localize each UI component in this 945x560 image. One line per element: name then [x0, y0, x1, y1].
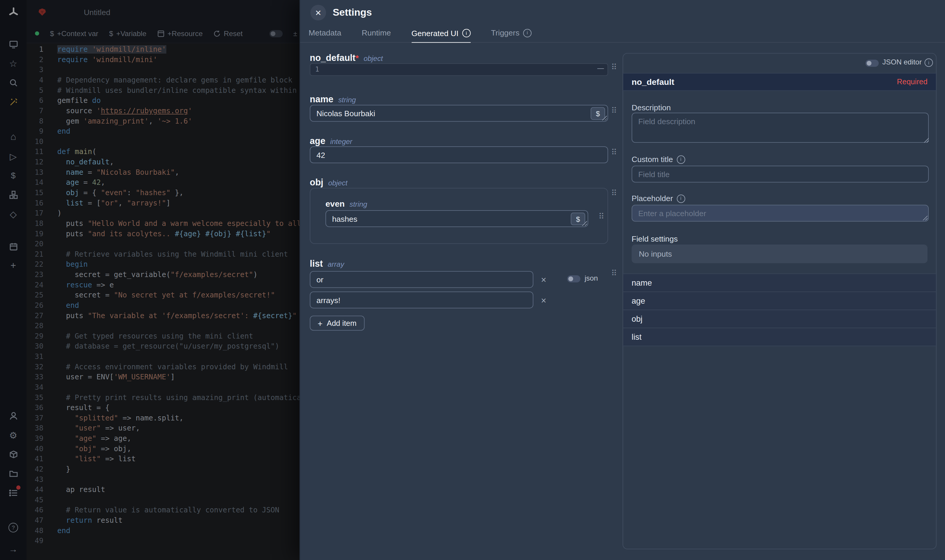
field-label-name: name string — [310, 94, 356, 105]
age-input-wrap — [310, 146, 608, 163]
json-editor-toggle[interactable] — [865, 60, 879, 67]
info-icon: i — [677, 155, 685, 164]
even-input[interactable] — [325, 210, 588, 227]
drag-handle-icon[interactable]: ⠿ — [611, 269, 617, 278]
custom-title-label: Custom titlei — [632, 155, 685, 164]
drag-handle-icon[interactable]: ⠿ — [611, 106, 617, 115]
settings-drawer: ✕ Settings Metadata Runtime Generated UI… — [299, 0, 945, 560]
add-item-button[interactable]: + Add item — [310, 315, 364, 331]
description-label: Description — [632, 103, 671, 112]
drag-handle-icon[interactable]: ⠿ — [598, 212, 604, 221]
close-icon[interactable]: ✕ — [310, 5, 326, 20]
age-input[interactable] — [310, 146, 608, 163]
list-item-1-wrap — [310, 292, 533, 308]
app-root: Untitled $ +Context var $ +Variable +Res… — [0, 0, 945, 560]
collapse-icon[interactable]: — — [597, 65, 604, 72]
tab-triggers[interactable]: Triggersi — [491, 28, 531, 42]
drag-handle-icon[interactable]: ⠿ — [611, 63, 617, 72]
no-inputs-box: No inputs — [632, 245, 928, 263]
drag-handle-icon[interactable]: ⠿ — [611, 189, 617, 198]
name-input[interactable] — [310, 105, 608, 122]
insert-variable-button[interactable]: $ — [590, 107, 605, 120]
field-label-age: age integer — [310, 135, 352, 146]
list-item-0-input[interactable] — [310, 271, 533, 288]
insert-variable-button[interactable]: $ — [571, 212, 585, 225]
generated-ui-content: no_default* object 1 — ⠿ name string $ ⠿… — [300, 43, 945, 560]
tab-metadata[interactable]: Metadata — [308, 28, 341, 42]
name-input-wrap: $ — [310, 105, 608, 122]
no-default-json-input[interactable]: 1 — — [310, 63, 608, 76]
json-editor-label: JSON editor — [882, 58, 922, 66]
modal-backdrop[interactable] — [0, 0, 299, 560]
list-item-0-wrap — [310, 271, 533, 288]
field-label-no-default: no_default* object — [310, 52, 383, 63]
placeholder-input[interactable] — [632, 205, 929, 222]
field-rows: nameageobjlist — [623, 274, 936, 346]
drag-handle-icon[interactable]: ⠿ — [611, 148, 617, 157]
placeholder-wrap — [632, 205, 929, 222]
tab-generated-ui[interactable]: Generated UIi — [412, 29, 471, 43]
drawer-title: Settings — [333, 6, 372, 18]
field-row-no_default-selected[interactable]: no_default Required — [623, 73, 936, 91]
custom-title-wrap — [632, 166, 929, 182]
remove-item-icon[interactable]: × — [538, 274, 549, 285]
field-label-obj: obj object — [310, 177, 347, 188]
field-label-list: list array — [310, 258, 344, 269]
field-row-obj[interactable]: obj — [623, 309, 936, 328]
info-icon: i — [462, 29, 471, 38]
info-icon: i — [677, 194, 685, 203]
drawer-header: ✕ Settings — [300, 0, 945, 27]
field-row-name[interactable]: name — [623, 274, 936, 292]
field-properties-panel: JSON editor i no_default Required Descri… — [623, 53, 936, 549]
remove-item-icon[interactable]: × — [538, 294, 549, 305]
json-toggle[interactable] — [567, 275, 581, 282]
info-icon: i — [523, 29, 532, 37]
placeholder-label: Placeholderi — [632, 194, 685, 203]
tab-runtime[interactable]: Runtime — [362, 28, 391, 42]
field-row-list[interactable]: list — [623, 328, 936, 346]
json-toggle-label: json — [585, 274, 598, 283]
list-item-1-input[interactable] — [310, 292, 533, 308]
field-row-age[interactable]: age — [623, 292, 936, 309]
info-icon: i — [925, 58, 933, 67]
field-settings-label: Field settings — [632, 234, 678, 243]
custom-title-input[interactable] — [632, 166, 929, 182]
plus-icon: + — [318, 319, 322, 328]
field-label-even: even string — [325, 199, 367, 208]
settings-tabs: Metadata Runtime Generated UIi Triggersi — [300, 27, 945, 43]
description-textarea[interactable] — [632, 113, 929, 143]
even-input-wrap: $ — [325, 210, 588, 227]
obj-nested-box: even string $ ⠿ — [310, 188, 608, 244]
required-badge: Required — [897, 78, 928, 86]
